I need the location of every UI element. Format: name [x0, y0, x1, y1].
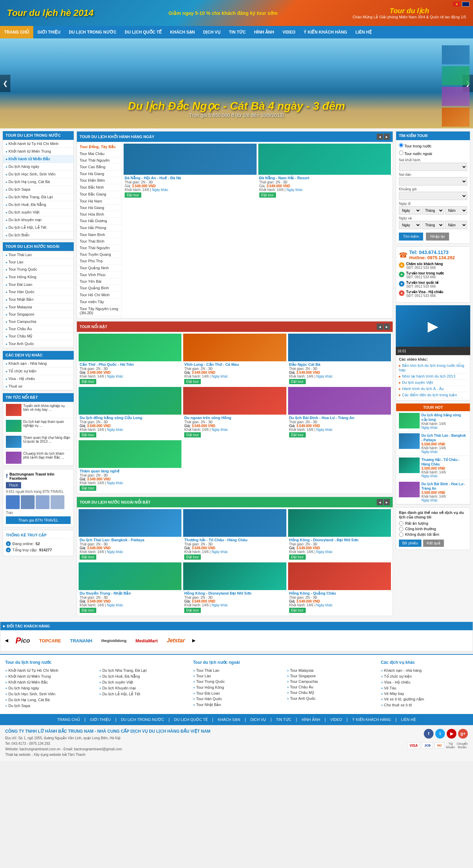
- search-depart-select[interactable]: [399, 163, 467, 171]
- featured-card-5-book[interactable]: Đặt tour: [184, 432, 201, 437]
- footer-link-2-1[interactable]: Du lịch Huế, Đà Nẵng: [99, 673, 186, 679]
- slider-prev-button[interactable]: ❮: [0, 75, 10, 92]
- search-return-day[interactable]: Ngày: [399, 221, 421, 229]
- daily-menu-item-18[interactable]: Tour Vĩnh Phúc: [77, 272, 122, 278]
- sidebar-item-bien[interactable]: Du lịch Biển: [3, 232, 73, 239]
- youtube-icon[interactable]: ▶: [447, 729, 456, 739]
- bottom-nav-video[interactable]: VIDEO: [328, 717, 345, 722]
- footer-link-5-6[interactable]: Cho thuê xe ô tô: [381, 702, 468, 708]
- daily-menu-item-20[interactable]: Tour Quảng Bình: [77, 285, 122, 292]
- daily-card-1-more[interactable]: Ngày khác: [152, 188, 168, 192]
- nav-trang-chu[interactable]: TRANG CHỦ: [0, 26, 33, 38]
- footer-link-4-0[interactable]: Tour Malaysia: [287, 668, 374, 673]
- fb-like-button[interactable]: Thích: [6, 482, 21, 488]
- footer-link-1-1[interactable]: Khởi hành từ Miền Trung: [5, 673, 92, 679]
- intl-card-2-book[interactable]: Đặt tour: [184, 554, 201, 560]
- footer-link-1-6[interactable]: Du lịch Sapa: [5, 703, 92, 709]
- sidebar-item-xuyenViet[interactable]: Du lịch xuyên Việt: [3, 209, 73, 216]
- daily-menu-item-6[interactable]: Tour Bắc Giang: [77, 191, 122, 198]
- news-item-2[interactable]: Du lịch kết hợp tham quan nghiệp vụ ...: [3, 418, 73, 434]
- submit-rating-button[interactable]: Bỏ phiếu: [399, 540, 421, 547]
- footer-link-1-3[interactable]: Du lịch hàng ngày: [5, 685, 92, 691]
- bottom-nav-lien-he[interactable]: LIÊN HỆ: [398, 717, 418, 722]
- nav-lien-he[interactable]: LIÊN HỆ: [351, 26, 376, 38]
- reset-button[interactable]: Nhập lại: [426, 233, 449, 241]
- tour-hot-item-3[interactable]: Thương Hải - Tổ Châu - Hàng Châu 3.500.0…: [396, 456, 470, 480]
- intl-card-4-book[interactable]: Đặt tour: [80, 608, 96, 613]
- tour-hot-more-3[interactable]: Ngày khác: [421, 474, 438, 478]
- featured-card-3-book[interactable]: Đặt tour: [289, 379, 306, 384]
- sidebar-item-leHoi[interactable]: Du lịch Lễ Hội, Lễ Tết: [3, 224, 73, 232]
- intl-card-1-book[interactable]: Đặt tour: [80, 554, 96, 560]
- footer-link-3-6[interactable]: Tour Nhật Bản: [193, 702, 280, 708]
- flag-uk[interactable]: [462, 2, 470, 7]
- footer-link-4-2[interactable]: Tour Campuchia: [287, 679, 374, 684]
- nav-hinh-anh[interactable]: HÌNH ẢNH: [250, 26, 278, 38]
- twitter-icon[interactable]: t: [435, 729, 445, 739]
- footer-link-2-0[interactable]: Du lịch Nha Trang, Đà Lạt: [99, 668, 186, 673]
- rating-option-3[interactable]: Không được tốt lắm: [399, 532, 467, 537]
- daily-menu-item-9[interactable]: Tour Hòa Bình: [77, 211, 122, 218]
- bottom-nav-tin-tuc[interactable]: TIN TỨC: [273, 717, 294, 722]
- slider-thumb-4[interactable]: [442, 108, 470, 127]
- bottom-nav-khach-san[interactable]: KHÁCH SẠN: [215, 717, 243, 722]
- footer-link-5-1[interactable]: Tổ chức sự kiện: [381, 673, 468, 679]
- bottom-nav-gioi-thieu[interactable]: GIỚI THIỆU: [87, 717, 114, 722]
- intl-card-6-book[interactable]: Đặt tour: [289, 608, 306, 613]
- search-depart-day[interactable]: Ngày: [399, 206, 421, 215]
- footer-link-2-2[interactable]: Du lịch xuyên Việt: [99, 679, 186, 685]
- intl-card-3-book[interactable]: Đặt tour: [289, 554, 306, 560]
- video-play-area[interactable]: ▶: [396, 305, 470, 347]
- footer-link-5-2[interactable]: Visa - Hộ chiếu: [381, 679, 468, 685]
- sidebar-item-hocSinh[interactable]: Du lịch Học Sinh, Sinh Viên: [3, 171, 73, 178]
- sidebar-item-taiwan[interactable]: Tour Đài Loan: [3, 281, 73, 288]
- nav-video[interactable]: VIDEO: [278, 26, 300, 38]
- footer-link-5-0[interactable]: Khách sạn - nhà hàng: [381, 668, 468, 673]
- daily-menu-item-21[interactable]: Tour Hồ Chí Minh: [77, 292, 122, 299]
- footer-link-4-3[interactable]: Tour Châu Âu: [287, 684, 374, 690]
- featured-tours-prev[interactable]: ◄: [377, 324, 383, 330]
- search-price-select[interactable]: [399, 192, 467, 200]
- result-rating-button[interactable]: Kết quả: [423, 540, 444, 547]
- sidebar-item-thailand[interactable]: Tour Thái Lan: [3, 251, 73, 259]
- rating-option-2[interactable]: Cũng bình thường: [399, 527, 467, 531]
- video-link-5[interactable]: Các điểm đến du lịch trong tuần: [399, 392, 467, 398]
- sidebar-item-uk[interactable]: Tour Anh Quốc: [3, 340, 73, 348]
- footer-link-3-4[interactable]: Tour Đài Loan: [193, 690, 280, 696]
- news-item-4[interactable]: Chương trình du lịch khám phá cảnh đẹp m…: [3, 450, 73, 466]
- search-button[interactable]: Tìm kiếm: [399, 233, 423, 241]
- sidebar-item-laos[interactable]: Tour Lào: [3, 259, 73, 266]
- video-link-2[interactable]: Nhìn lại hành trình du lịch 2013: [399, 373, 467, 380]
- footer-link-3-1[interactable]: Tour Lào: [193, 673, 280, 679]
- footer-link-1-5[interactable]: Du lịch Hạ Long, Cát Bà: [5, 697, 92, 703]
- daily-menu-item-3[interactable]: Tour Hà Giang: [77, 171, 122, 177]
- footer-link-5-3[interactable]: Vé Tàu: [381, 685, 468, 691]
- bottom-nav-trong-nuoc[interactable]: DU LỊCH TRONG NƯỚC: [118, 717, 167, 722]
- radio-international[interactable]: [399, 151, 403, 155]
- daily-menu-item-16[interactable]: Tour Phú Thọ: [77, 258, 122, 265]
- footer-link-3-3[interactable]: Tour Hồng Kông: [193, 685, 280, 690]
- daily-menu-item-14[interactable]: Tour Thái Nguyên: [77, 245, 122, 251]
- daily-menu-item-12[interactable]: Tour Nam Bình: [77, 232, 122, 238]
- intl-card-5-book[interactable]: Đặt tour: [184, 608, 201, 613]
- search-depart-month[interactable]: Tháng: [422, 206, 444, 215]
- daily-menu-item-22[interactable]: Tour miền Tây: [77, 299, 122, 306]
- rating-option-1[interactable]: Rất ấn tượng: [399, 521, 467, 526]
- nav-khach-san[interactable]: KHÁCH SẠN: [166, 26, 199, 38]
- google-icon[interactable]: g+: [458, 729, 468, 739]
- sidebar-item-hotel[interactable]: Khách sạn - Nhà hàng: [3, 360, 73, 368]
- radio-domestic[interactable]: [399, 143, 403, 147]
- sidebar-item-korea[interactable]: Tour Hàn Quốc: [3, 288, 73, 296]
- sidebar-item-hcm[interactable]: Khởi hành từ Tp Hồ Chí Minh: [3, 140, 73, 148]
- sidebar-item-mienBac[interactable]: Khởi hành từ Miền Bắc: [3, 155, 73, 163]
- tour-hot-item-4[interactable]: Du lịch Bái Đính - Hoa Lư - Tràng An 3.5…: [396, 480, 470, 504]
- nav-dich-vu[interactable]: DỊCH VỤ: [199, 26, 225, 38]
- sidebar-item-cambodia[interactable]: Tour Campuchia: [3, 318, 73, 325]
- video-link-4[interactable]: Hành trình du lịch Á - Âu: [399, 386, 467, 392]
- international-featured-next[interactable]: ►: [384, 499, 390, 505]
- radio-domestic-label[interactable]: Tour trong nước: [399, 143, 431, 148]
- news-item-1[interactable]: Tuyển sinh khóa nghiệp vụ bán vé máy bay…: [3, 402, 73, 418]
- tour-hot-more-1[interactable]: Ngày khác: [421, 426, 438, 430]
- bottom-nav-y-kien[interactable]: Ý KIẾN KHÁCH HÀNG: [349, 717, 394, 722]
- daily-menu-item-0[interactable]: Tour Mai Châu: [77, 151, 122, 157]
